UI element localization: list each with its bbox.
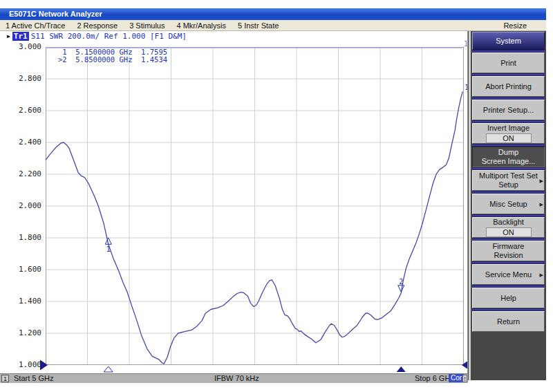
softkey-dump-screen-image[interactable]: DumpScreen Image... [472, 147, 545, 167]
y-axis-tick-label: 1.400 [0, 297, 41, 306]
softkey-label: Printer Setup... [483, 106, 534, 115]
sweep-indicator: ! [462, 375, 467, 382]
correction-badge: Cor [449, 374, 464, 382]
softkey-label: Setup [498, 180, 518, 189]
softkey-label: Backlight [493, 218, 524, 227]
softkey-label: Firmware [493, 242, 525, 251]
softkey-firmware-revision[interactable]: FirmwareRevision [472, 241, 545, 261]
marker-2-stimulus-icon[interactable] [397, 366, 406, 372]
softkey-state-box: ON [486, 227, 532, 237]
softkey-button-list: PrintAbort PrintingPrinter Setup...Inver… [468, 50, 546, 332]
active-trace-arrow-icon: ▶ [7, 33, 10, 39]
channel-number-box: 1 [1, 375, 9, 382]
softkey-label: Multiport Test Set [479, 171, 538, 180]
graticule: 1112 [46, 47, 464, 365]
menu-item-2-response[interactable]: 2 Response [77, 20, 118, 30]
marker-1-stimulus-icon[interactable] [104, 366, 113, 372]
y-axis-tick-label: 2.000 [0, 201, 41, 210]
y-axis-tick-label: 3.000 [0, 42, 41, 51]
trace-plot: 1112 [46, 47, 464, 365]
y-axis-tick-label: 1.800 [0, 233, 41, 242]
softkey-state-box: ON [486, 133, 532, 143]
softkey-misc-setup[interactable]: Misc Setup▶ [472, 194, 545, 214]
trace1-badge[interactable]: Tr1 [12, 32, 29, 41]
menu-bar: 1 Active Ch/Trace2 Response3 Stimulus4 M… [0, 20, 546, 31]
trace1-format-text: S11 SWR 200.0m/ Ref 1.000 [F1 D&M] [31, 32, 187, 41]
softkey-printer-setup[interactable]: Printer Setup... [472, 100, 545, 120]
softkey-label: Help [500, 294, 516, 303]
softkey-invert-image[interactable]: Invert ImageON [472, 123, 545, 144]
marker-1-number: 1 [106, 245, 111, 253]
softkey-label: Invert Image [487, 124, 529, 133]
softkey-print[interactable]: Print [472, 53, 545, 73]
softkey-label: Abort Printing [485, 82, 532, 91]
softkey-label: Revision [494, 251, 523, 260]
softkey-backlight[interactable]: BacklightON [472, 217, 545, 238]
softkey-return[interactable]: Return [472, 311, 545, 332]
sidebar-edge-strip [469, 31, 471, 380]
y-axis-tick-label: 2.400 [0, 138, 41, 147]
y-axis-tick-label: 1.000 [0, 360, 41, 369]
softkey-service-menu[interactable]: Service Menu▶ [472, 264, 545, 285]
softkey-multiport-test-set-setup[interactable]: Multiport Test SetSetup▶ [472, 170, 545, 191]
submenu-arrow-icon: ▶ [540, 176, 543, 185]
softkey-label: Misc Setup [489, 200, 527, 209]
softkey-help[interactable]: Help [472, 288, 545, 308]
softkey-sidebar: System PrintAbort PrintingPrinter Setup.… [467, 31, 546, 380]
window-title: E5071C Network Analyzer [9, 10, 102, 18]
y-axis-tick-label: 2.600 [0, 106, 41, 115]
softkey-label: Service Menu [485, 270, 532, 279]
trace-status-line: ▶Tr1S11 SWR 200.0m/ Ref 1.000 [F1 D&M] [7, 32, 187, 41]
softkey-label: Return [497, 317, 520, 326]
menu-item-5-instr-state[interactable]: 5 Instr State [238, 20, 279, 30]
y-axis-tick-label: 2.200 [0, 169, 41, 178]
ifbw-label: IFBW 70 kHz [214, 374, 259, 383]
softkey-label: Dump [498, 148, 518, 157]
start-frequency-label: Start 5 GHz [14, 374, 53, 383]
menu-item-1-active-ch-trace[interactable]: 1 Active Ch/Trace [6, 20, 65, 30]
softkey-label: Print [500, 59, 516, 68]
y-axis-tick-label: 1.200 [0, 328, 41, 337]
menu-item-3-stimulus[interactable]: 3 Stimulus [129, 20, 165, 30]
softkey-label: Screen Image... [482, 157, 536, 166]
y-axis-tick-label: 1.600 [0, 265, 41, 274]
resize-button[interactable]: Resize [503, 20, 546, 30]
data-trace [46, 91, 462, 364]
softkey-menu-title: System [472, 32, 545, 50]
y-axis-tick-label: 2.800 [0, 74, 41, 83]
menu-item-4-mkr-analysis[interactable]: 4 Mkr/Analysis [176, 20, 226, 30]
marker-readout: 1 5.1500000 GHz 1.7595 >2 5.8500000 GHz … [58, 48, 167, 64]
softkey-abort-printing[interactable]: Abort Printing [472, 76, 545, 97]
e5071c-screen: E5071C Network Analyzer 1 Active Ch/Trac… [0, 0, 553, 392]
marker-2-number: 2 [399, 278, 403, 286]
submenu-arrow-icon: ▶ [540, 270, 543, 279]
submenu-arrow-icon: ▶ [540, 200, 543, 209]
window-titlebar[interactable]: E5071C Network Analyzer [0, 8, 546, 20]
status-bar: 1 Start 5 GHz IFBW 70 kHz Stop 6 GHz Cor… [0, 373, 468, 383]
